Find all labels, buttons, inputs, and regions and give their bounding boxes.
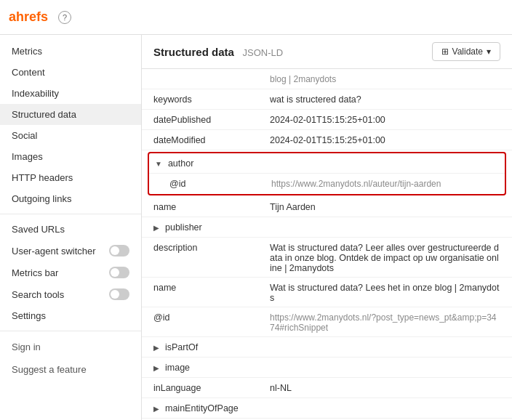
row-key: name: [153, 281, 270, 293]
sidebar-item-images[interactable]: Images: [0, 146, 141, 167]
table-row: @idhttps://www.2manydots.nl/?post_type=n…: [142, 307, 512, 337]
row-value: Tijn Aarden: [270, 201, 500, 212]
table-row: keywordswat is structered data?: [142, 89, 512, 110]
toggle-user-agent-switcher[interactable]: [109, 245, 129, 257]
table-row: inLanguagenl-NL: [142, 378, 512, 398]
sidebar-item-content[interactable]: Content: [0, 62, 141, 83]
sidebar-item-label: Content: [12, 67, 45, 78]
sidebar-item-search-tools[interactable]: Search tools: [0, 283, 141, 305]
sidebar-item-structured-data[interactable]: Structured data: [0, 104, 141, 125]
table-row: descriptionWat is structured data? Leer …: [142, 238, 512, 278]
row-key: description: [153, 241, 270, 253]
row-key: ▶publisher: [153, 221, 270, 233]
key-text: publisher: [165, 222, 202, 233]
sign-in-link[interactable]: Sign in: [0, 336, 141, 358]
sidebar-item-label: Indexability: [12, 88, 59, 99]
sidebar-item-saved-urls[interactable]: Saved URLs: [0, 219, 141, 240]
row-key: ▶mainEntityOfPage: [153, 402, 270, 413]
row-value: 2024-02-01T15:15:25+01:00: [270, 134, 500, 145]
sidebar-item-indexability[interactable]: Indexability: [0, 83, 141, 104]
row-value: wat is structered data?: [270, 93, 500, 105]
sidebar-item-label: Structured data: [12, 109, 76, 120]
row-value: 2024-02-01T15:15:25+01:00: [270, 113, 500, 125]
validate-icon: ⊞: [441, 47, 449, 57]
title-group: Structured data JSON-LD: [153, 46, 283, 58]
table-row: nameWat is structured data? Lees het in …: [142, 278, 512, 307]
toggle-knob: [111, 290, 119, 299]
toggle-metrics-bar[interactable]: [109, 267, 129, 278]
row-key: datePublished: [153, 113, 270, 125]
sidebar-item-outgoing-links[interactable]: Outgoing links: [0, 188, 141, 209]
sidebar-item-label: Search tools: [12, 289, 64, 300]
sidebar-item-label: Saved URLs: [12, 224, 65, 235]
chevron-icon: ▶: [153, 344, 159, 352]
sidebar-item-label: Images: [12, 151, 43, 162]
row-key: ▼author: [155, 157, 271, 169]
sidebar-item-label: Metrics bar: [12, 267, 58, 278]
row-value: [270, 361, 500, 363]
table-row: @idhttps://www.2manydots.nl/auteur/tijn-…: [149, 174, 505, 194]
sidebar-item-http-headers[interactable]: HTTP headers: [0, 167, 141, 188]
sidebar-item-social[interactable]: Social: [0, 125, 141, 146]
content-header: Structured data JSON-LD ⊞ Validate ▾: [142, 35, 512, 69]
row-key: @id: [155, 177, 271, 189]
sidebar-item-label: Outgoing links: [12, 193, 71, 204]
table-row: blog | 2manydots: [142, 69, 512, 89]
sidebar-item-settings[interactable]: Settings: [0, 305, 141, 326]
suggest-feature-link[interactable]: Suggest a feature: [0, 358, 141, 381]
chevron-icon: ▼: [155, 160, 162, 168]
sidebar-item-label: HTTP headers: [12, 172, 73, 183]
row-value: blog | 2manydots: [270, 73, 500, 84]
row-key: @id: [153, 311, 270, 323]
sidebar-item-metrics[interactable]: Metrics: [0, 41, 141, 62]
toggle-search-tools[interactable]: [109, 288, 129, 300]
table-row: nameTijn Aarden: [142, 197, 512, 217]
table-row: datePublished2024-02-01T15:15:25+01:00: [142, 110, 512, 130]
row-key: ▶isPartOf: [153, 341, 270, 352]
table-row: ▼author: [149, 153, 505, 174]
key-text: author: [168, 158, 193, 169]
key-text: isPartOf: [165, 342, 198, 352]
sidebar-item-label: Settings: [12, 310, 46, 321]
content-area: Structured data JSON-LD ⊞ Validate ▾ blo…: [142, 35, 512, 420]
validate-chevron: ▾: [487, 47, 491, 57]
row-value: [271, 157, 499, 158]
sidebar-item-user-agent-switcher[interactable]: User-agent switcher: [0, 240, 141, 262]
logo-text: ahrefs: [9, 9, 48, 25]
toggle-knob: [111, 246, 119, 255]
sidebar-item-label: User-agent switcher: [12, 246, 96, 257]
row-value: [270, 402, 500, 403]
top-bar: ahrefs ?: [0, 0, 512, 35]
sidebar-item-label: Social: [12, 130, 37, 141]
logo: ahrefs ?: [9, 9, 71, 25]
sidebar-item-label: Metrics: [12, 46, 42, 57]
row-value: [270, 221, 500, 222]
sidebar: MetricsContentIndexabilityStructured dat…: [0, 35, 142, 420]
table-row: ▶image: [142, 358, 512, 378]
row-value: nl-NL: [270, 381, 500, 393]
row-value: Wat is structured data? Lees het in onze…: [270, 281, 500, 303]
row-value: [270, 341, 500, 342]
highlighted-group: ▼author@idhttps://www.2manydots.nl/auteu…: [148, 152, 506, 195]
row-key: [153, 73, 270, 74]
validate-button[interactable]: ⊞ Validate ▾: [432, 42, 500, 61]
row-key: dateModified: [153, 134, 270, 145]
chevron-icon: ▶: [153, 405, 159, 413]
content-title: Structured data: [153, 46, 234, 58]
data-table: blog | 2manydotskeywordswat is structere…: [142, 69, 512, 420]
content-subtitle: JSON-LD: [242, 47, 283, 58]
row-key: name: [153, 201, 270, 212]
main-layout: MetricsContentIndexabilityStructured dat…: [0, 35, 512, 420]
toggle-knob: [111, 268, 119, 277]
sidebar-item-metrics-bar[interactable]: Metrics bar: [0, 262, 141, 283]
row-value: Wat is structured data? Leer alles over …: [270, 241, 500, 273]
table-row: ▶isPartOf: [142, 337, 512, 358]
chevron-icon: ▶: [153, 224, 159, 232]
table-row: dateModified2024-02-01T15:15:25+01:00: [142, 130, 512, 150]
chevron-icon: ▶: [153, 364, 159, 372]
row-key: ▶image: [153, 361, 270, 373]
table-row: ▶publisher: [142, 217, 512, 238]
key-text: mainEntityOfPage: [165, 403, 239, 413]
help-icon[interactable]: ?: [58, 11, 71, 24]
validate-label: Validate: [452, 47, 483, 57]
